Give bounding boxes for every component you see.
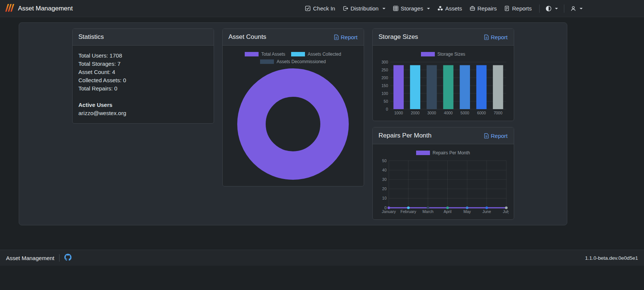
storage-sizes-chart-area: Storage Sizes 05010015020025030010002000… bbox=[373, 46, 514, 120]
repairs-report-link[interactable]: Report bbox=[484, 133, 507, 139]
legend-item[interactable]: Storage Sizes bbox=[421, 52, 466, 57]
svg-text:50: 50 bbox=[384, 99, 388, 104]
nav-item-distribution[interactable]: Distribution bbox=[339, 5, 389, 12]
right-column: Storage Sizes Report Storage Sizes 05010… bbox=[372, 28, 514, 220]
statistics-card-header: Statistics bbox=[73, 29, 214, 46]
legend-label: Repairs Per Month bbox=[433, 150, 470, 155]
file-earmark-icon bbox=[484, 133, 489, 139]
app-title: Asset Management bbox=[18, 5, 73, 12]
chevron-down-icon bbox=[555, 8, 558, 9]
storage-sizes-bar-chart: 0501001502002503001000200030004000500060… bbox=[378, 59, 509, 116]
nav-item-check-in[interactable]: Check In bbox=[301, 5, 339, 12]
nav-item-storages[interactable]: Storages bbox=[389, 5, 434, 12]
navbar-divider bbox=[539, 4, 540, 13]
svg-text:January: January bbox=[382, 209, 396, 214]
dashboard-cards-row: Statistics Total Users: 1708 Total Stora… bbox=[19, 28, 567, 220]
stat-total-users: Total Users: 1708 bbox=[79, 52, 208, 60]
legend-swatch bbox=[245, 52, 259, 56]
svg-text:3000: 3000 bbox=[427, 111, 436, 115]
svg-text:250: 250 bbox=[381, 68, 388, 72]
app-logo-icon bbox=[5, 3, 14, 14]
asset-counts-report-link[interactable]: Report bbox=[334, 34, 357, 40]
chevron-down-icon bbox=[382, 8, 385, 9]
line-point bbox=[427, 207, 429, 209]
statistics-card: Statistics Total Users: 1708 Total Stora… bbox=[72, 28, 214, 124]
legend-label: Storage Sizes bbox=[437, 52, 466, 57]
nav-item-assets[interactable]: Assets bbox=[434, 5, 466, 12]
nav-item-label: Repairs bbox=[477, 5, 497, 12]
card-title: Asset Counts bbox=[229, 33, 266, 41]
nav-item-label: Distribution bbox=[351, 5, 379, 12]
chevron-down-icon bbox=[427, 8, 430, 9]
github-icon bbox=[64, 254, 71, 262]
legend-item[interactable]: Assets Collected bbox=[291, 52, 341, 57]
main-content: Statistics Total Users: 1708 Total Stora… bbox=[0, 17, 644, 250]
report-link-label: Report bbox=[491, 133, 507, 139]
active-user-email: arizzo@westex.org bbox=[79, 109, 208, 117]
svg-text:February: February bbox=[400, 209, 416, 214]
svg-text:10: 10 bbox=[382, 196, 387, 200]
briefcase-icon bbox=[470, 6, 475, 11]
statistics-body: Total Users: 1708 Total Storages: 7 Asse… bbox=[73, 46, 214, 123]
line-point bbox=[485, 207, 488, 209]
stat-total-storages: Total Storages: 7 bbox=[79, 60, 208, 68]
user-menu-button[interactable] bbox=[568, 6, 585, 12]
line-point bbox=[388, 207, 390, 209]
bar-4000 bbox=[443, 65, 453, 109]
svg-text:1000: 1000 bbox=[394, 111, 403, 115]
card-title: Storage Sizes bbox=[379, 33, 418, 41]
nav-item-repairs[interactable]: Repairs bbox=[466, 5, 501, 12]
svg-text:20: 20 bbox=[382, 186, 387, 191]
theme-half-circle-icon bbox=[546, 6, 552, 12]
svg-text:50: 50 bbox=[382, 158, 387, 163]
file-report-icon bbox=[504, 6, 510, 11]
nav-item-label: Check In bbox=[313, 5, 335, 12]
github-link[interactable] bbox=[64, 254, 71, 262]
stat-asset-count: Asset Count: 4 bbox=[79, 68, 208, 76]
svg-text:March: March bbox=[422, 209, 433, 214]
footer-divider bbox=[59, 254, 59, 262]
check-square-icon bbox=[305, 6, 311, 11]
page-bottom-space bbox=[0, 266, 644, 290]
svg-text:6000: 6000 bbox=[477, 111, 486, 115]
navbar-brand[interactable]: Asset Management bbox=[5, 3, 73, 14]
legend-item[interactable]: Total Assets bbox=[245, 52, 285, 57]
svg-text:June: June bbox=[482, 209, 491, 214]
navbar-menu: Check In Distribution Storages Assets bbox=[301, 4, 585, 13]
file-earmark-icon bbox=[484, 34, 489, 40]
legend-swatch bbox=[421, 52, 435, 56]
repairs-chart-area: Repairs Per Month 01020304050JanuaryFebr… bbox=[373, 144, 514, 219]
line-point bbox=[505, 207, 508, 209]
bar-3000 bbox=[427, 65, 437, 109]
line-point bbox=[446, 207, 449, 209]
asset-counts-card-header: Asset Counts Report bbox=[223, 29, 364, 46]
legend-item[interactable]: Assets Decommissioned bbox=[260, 59, 326, 64]
svg-text:0: 0 bbox=[386, 107, 388, 111]
legend-label: Assets Decommissioned bbox=[277, 59, 326, 64]
box-arrow-right-icon bbox=[343, 6, 348, 11]
bar-6000 bbox=[476, 65, 486, 109]
svg-text:2000: 2000 bbox=[411, 111, 420, 115]
legend-item[interactable]: Repairs Per Month bbox=[416, 150, 470, 155]
footer-left: Asset Management bbox=[6, 254, 71, 262]
chevron-down-icon bbox=[580, 8, 583, 9]
svg-text:5000: 5000 bbox=[461, 111, 470, 115]
repairs-line-chart: 01020304050JanuaryFebruaryMarchAprilMayJ… bbox=[378, 158, 509, 215]
card-title: Repairs Per Month bbox=[379, 132, 432, 139]
svg-text:7000: 7000 bbox=[494, 111, 503, 115]
asset-counts-chart-area: Total AssetsAssets CollectedAssets Decom… bbox=[223, 46, 364, 185]
storage-sizes-report-link[interactable]: Report bbox=[484, 34, 507, 40]
nav-item-label: Reports bbox=[512, 5, 532, 12]
stat-collected-assets: Collected Assets: 0 bbox=[79, 76, 208, 84]
legend-swatch bbox=[416, 151, 430, 155]
active-users-heading: Active Users bbox=[79, 101, 208, 109]
svg-text:30: 30 bbox=[382, 177, 387, 182]
repairs-per-month-card: Repairs Per Month Report Repairs Per Mon… bbox=[372, 127, 514, 220]
asset-counts-legend: Total AssetsAssets CollectedAssets Decom… bbox=[231, 52, 355, 64]
repairs-per-month-card-header: Repairs Per Month Report bbox=[373, 127, 514, 144]
theme-toggle-button[interactable] bbox=[543, 6, 560, 12]
nav-item-reports[interactable]: Reports bbox=[500, 5, 535, 12]
bar-1000 bbox=[393, 65, 403, 109]
footer: Asset Management 1.1.0-beta.dev.0e0d5e1 bbox=[0, 250, 644, 266]
svg-text:40: 40 bbox=[382, 168, 387, 172]
